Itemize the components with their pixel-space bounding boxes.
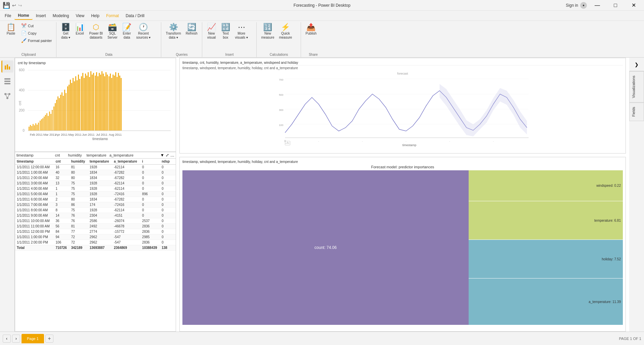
redo-btn[interactable]: ↪ (18, 3, 22, 8)
ribbon-group-data: 🗄️ Getdata ▾ 📊 Excel ⬡ Power BIdatasets … (57, 22, 161, 57)
new-measure-button[interactable]: 🔢 Newmeasure (259, 22, 276, 41)
svg-line-11 (7, 94, 9, 98)
sql-server-button[interactable]: 🗃️ SQLServer (105, 22, 119, 41)
treemap-count-block: count: 74.06 (182, 170, 469, 325)
menu-modeling[interactable]: Modeling (49, 12, 73, 19)
svg-rect-27 (37, 125, 38, 131)
maximize-btn[interactable]: □ (608, 0, 623, 11)
menu-home[interactable]: Home (14, 12, 32, 20)
svg-rect-44 (60, 95, 61, 131)
svg-rect-72 (99, 73, 100, 131)
cut-button[interactable]: ✂️ Cut (19, 22, 54, 29)
ribbon-group-insert: 📈 Newvisual 🔡 Textbox ⋯ Morevisuals ▾ In… (203, 22, 257, 57)
enter-data-button[interactable]: 📝 Enterdata (120, 22, 134, 41)
recent-sources-button[interactable]: 🕐 Recentsources ▾ (134, 22, 153, 41)
svg-rect-58 (79, 79, 80, 131)
transform-data-button[interactable]: ⚙️ Transformdata ▾ (164, 22, 183, 41)
power-bi-datasets-button[interactable]: ⬡ Power BIdatasets (87, 22, 105, 41)
menu-view[interactable]: View (72, 12, 88, 19)
clipboard-label: Clipboard (3, 53, 54, 57)
table-scroll[interactable]: timestamp cnt humidity temperature a_tem… (15, 159, 176, 251)
text-box-button[interactable]: 🔡 Textbox (219, 22, 232, 41)
nav-data-icon[interactable] (1, 75, 13, 87)
format-painter-icon: 🖌️ (21, 38, 27, 43)
user-avatar: ● (580, 2, 587, 9)
more-visuals-button[interactable]: ⋯ Morevisuals ▾ (233, 22, 250, 41)
nav-model-icon[interactable] (1, 90, 13, 102)
table-row: 1/1/2011 3:00:00 AM13751928-6211400 (15, 181, 176, 186)
svg-rect-81 (111, 78, 112, 131)
quick-measure-icon: ⚡ (281, 24, 290, 31)
svg-rect-60 (82, 73, 83, 131)
excel-button[interactable]: 📊 Excel (73, 22, 87, 37)
treemap-container[interactable]: timestamp, windspeed, temperature, humid… (179, 157, 626, 332)
svg-text:.: . (318, 139, 319, 142)
menu-data-drill[interactable]: Data / Drill (122, 12, 148, 19)
add-page-btn[interactable]: + (45, 335, 53, 343)
forecast-chart-container[interactable]: timestamp, cnt, humidity, temperature, a… (179, 58, 626, 154)
menu-help[interactable]: Help (88, 12, 103, 19)
paste-button[interactable]: 📋 Paste (3, 22, 18, 37)
svg-rect-88 (121, 78, 122, 131)
ribbon-group-share: 📤 Publish Share (302, 22, 325, 57)
table-row: 1/1/2011 1:00:00 AM40801834-6728200 (15, 170, 176, 175)
table-row: 1/1/2011 5:00:00 AM1751928-724168960 (15, 191, 176, 197)
minimize-btn[interactable]: — (590, 0, 605, 11)
collapse-panel-btn[interactable]: ❯ (629, 58, 644, 71)
filter-icon[interactable]: ▼ (160, 153, 164, 158)
format-painter-button[interactable]: 🖌️ Format painter (19, 37, 54, 44)
svg-rect-22 (30, 125, 31, 131)
svg-rect-30 (41, 119, 42, 131)
col-extra (172, 159, 176, 165)
menu-format[interactable]: Format (103, 12, 122, 19)
close-btn[interactable]: ✕ (626, 0, 641, 11)
svg-rect-53 (73, 78, 74, 131)
share-label: Share (304, 53, 323, 57)
bar-chart-svg: 600 400 200 0 cnt (18, 66, 172, 140)
menu-file[interactable]: File (1, 12, 14, 19)
svg-rect-37 (50, 114, 51, 131)
next-page-btn[interactable]: › (12, 335, 20, 343)
svg-rect-65 (89, 77, 90, 131)
menu-insert[interactable]: Insert (33, 12, 49, 19)
bar-chart-container[interactable]: cnt by timestamp 600 400 200 0 cnt (15, 58, 176, 152)
quick-measure-button[interactable]: ⚡ Quickmeasure (277, 22, 294, 41)
undo-btn[interactable]: ↩ (12, 3, 16, 8)
excel-icon: 📊 (75, 24, 84, 31)
svg-rect-87 (119, 76, 120, 131)
prev-page-btn[interactable]: ‹ (3, 335, 11, 343)
data-label: Data (59, 53, 159, 57)
col-timestamp: timestamp (15, 159, 54, 165)
page-1-tab[interactable]: Page 1 (22, 334, 44, 343)
copy-icon: 📄 (21, 31, 27, 36)
refresh-icon: 🔄 (187, 24, 196, 31)
treemap-temperature-block: temperature: 6.81 (469, 201, 623, 240)
visualizations-tab[interactable]: Visualizations (629, 71, 644, 102)
text-box-icon: 🔡 (221, 24, 230, 31)
sign-in-button[interactable]: Sign in ● (566, 2, 587, 9)
svg-text:Apr 2011: Apr 2011 (55, 133, 68, 136)
new-visual-button[interactable]: 📈 Newvisual (205, 22, 218, 41)
copy-button[interactable]: 📄 Copy (19, 30, 54, 37)
get-data-button[interactable]: 🗄️ Getdata ▾ (59, 22, 73, 41)
publish-button[interactable]: 📤 Publish (304, 22, 319, 37)
col-humidity: humidity (70, 159, 88, 165)
fields-tab[interactable]: Fields (629, 102, 644, 121)
svg-rect-0 (5, 66, 6, 70)
table-row: 1/1/2011 9:00:00 AM14762304-415100 (15, 213, 176, 218)
table-container[interactable]: timestamp cnt humidity temperature a_tem… (15, 152, 176, 332)
save-icon[interactable]: 💾 (3, 2, 10, 9)
queries-label: Queries (164, 53, 200, 57)
expand-icon[interactable]: ⤢ (166, 153, 169, 158)
svg-text:600: 600 (19, 68, 25, 72)
col-i: ndsp (160, 159, 172, 165)
more-options-icon[interactable]: … (170, 153, 174, 158)
ribbon: 📋 Paste ✂️ Cut 📄 Copy 🖌️ Format painter … (0, 21, 644, 58)
svg-text:May 2011: May 2011 (68, 133, 82, 136)
refresh-button[interactable]: 🔄 Refresh (184, 22, 200, 37)
timestamp-col-label: timestamp (16, 153, 34, 157)
collapse-icon: ❯ (635, 62, 639, 67)
svg-rect-45 (61, 92, 62, 131)
nav-report-icon[interactable] (1, 60, 13, 73)
svg-text:Jun 2011: Jun 2011 (82, 133, 94, 136)
